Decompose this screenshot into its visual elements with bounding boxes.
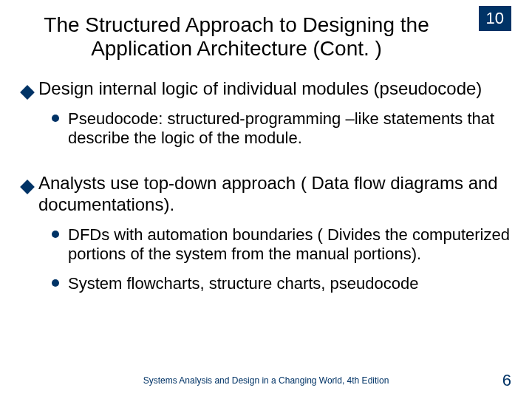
bullet-text: Design internal logic of individual modu…: [38, 78, 482, 98]
dot-bullet-icon: [52, 231, 59, 238]
bullet-level2: DFDs with automation boundaries ( Divide…: [52, 225, 510, 264]
bullet-level2: Pseudocode: structured-programming –like…: [52, 109, 510, 148]
bullet-level1: Analysts use top-down approach ( Data fl…: [22, 173, 510, 215]
dot-bullet-icon: [52, 279, 59, 287]
bullet-text: Analysts use top-down approach ( Data fl…: [38, 173, 498, 214]
bullet-level2: System flowcharts, structure charts, pse…: [52, 274, 510, 293]
footer-citation: Systems Analysis and Design in a Changin…: [0, 375, 532, 386]
bullet-level1: Design internal logic of individual modu…: [22, 78, 510, 99]
dot-bullet-icon: [52, 115, 59, 122]
slide-title: The Structured Approach to Designing the…: [30, 13, 443, 61]
content-area: Design internal logic of individual modu…: [22, 74, 510, 304]
diamond-bullet-icon: [22, 83, 33, 94]
bullet-text: Pseudocode: structured-programming –like…: [68, 109, 494, 147]
bullet-text: System flowcharts, structure charts, pse…: [68, 274, 418, 293]
page-number: 6: [502, 371, 511, 390]
chapter-badge: 10: [479, 6, 511, 31]
diamond-bullet-icon: [22, 178, 33, 188]
bullet-text: DFDs with automation boundaries ( Divide…: [68, 225, 510, 263]
